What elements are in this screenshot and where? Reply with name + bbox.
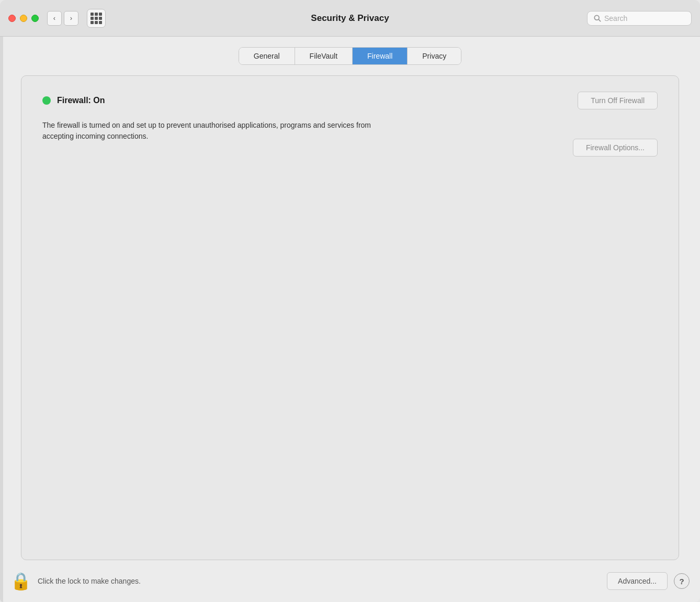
nav-buttons: ‹ › — [47, 11, 78, 26]
tabs: General FileVault Firewall Privacy — [239, 47, 461, 65]
window-title: Security & Privacy — [311, 13, 389, 24]
back-icon: ‹ — [53, 14, 55, 22]
search-input[interactable] — [604, 14, 685, 23]
tab-filevault[interactable]: FileVault — [295, 48, 353, 64]
tab-privacy[interactable]: Privacy — [408, 48, 461, 64]
firewall-status-left: Firewall: On — [42, 96, 105, 105]
bottom-right: Advanced... ? — [607, 572, 690, 590]
tabs-container: General FileVault Firewall Privacy — [21, 47, 679, 65]
minimize-button[interactable] — [20, 15, 27, 22]
lock-text: Click the lock to make changes. — [38, 577, 141, 585]
lock-section: 🔒 Click the lock to make changes. — [10, 571, 141, 591]
bottom-bar: 🔒 Click the lock to make changes. Advanc… — [0, 560, 700, 602]
tab-general[interactable]: General — [239, 48, 295, 64]
content-panel: Firewall: On Turn Off Firewall The firew… — [21, 75, 679, 560]
firewall-status-dot — [42, 96, 51, 105]
system-preferences-window: ‹ › Security & Privacy — [0, 0, 700, 602]
traffic-lights — [8, 15, 39, 22]
main-content: General FileVault Firewall Privacy Firew… — [0, 37, 700, 560]
forward-button[interactable]: › — [64, 11, 78, 26]
left-edge-decoration — [0, 37, 3, 602]
tab-firewall[interactable]: Firewall — [353, 48, 408, 64]
back-button[interactable]: ‹ — [47, 11, 62, 26]
maximize-button[interactable] — [31, 15, 39, 22]
advanced-button[interactable]: Advanced... — [607, 572, 668, 590]
turn-off-firewall-button[interactable]: Turn Off Firewall — [578, 92, 658, 109]
search-icon — [594, 15, 601, 22]
grid-view-button[interactable] — [87, 9, 106, 28]
svg-point-0 — [594, 15, 599, 20]
search-bar[interactable] — [587, 11, 692, 26]
firewall-description: The firewall is turned on and set up to … — [42, 120, 398, 142]
lock-icon[interactable]: 🔒 — [10, 571, 31, 591]
forward-icon: › — [70, 14, 72, 22]
firewall-status-label: Firewall: On — [57, 96, 105, 105]
svg-line-1 — [599, 19, 601, 21]
grid-icon — [91, 13, 102, 24]
titlebar: ‹ › Security & Privacy — [0, 0, 700, 37]
firewall-options-button[interactable]: Firewall Options... — [573, 139, 658, 157]
firewall-status-row: Firewall: On Turn Off Firewall — [42, 92, 658, 109]
help-button[interactable]: ? — [674, 573, 690, 589]
close-button[interactable] — [8, 15, 16, 22]
